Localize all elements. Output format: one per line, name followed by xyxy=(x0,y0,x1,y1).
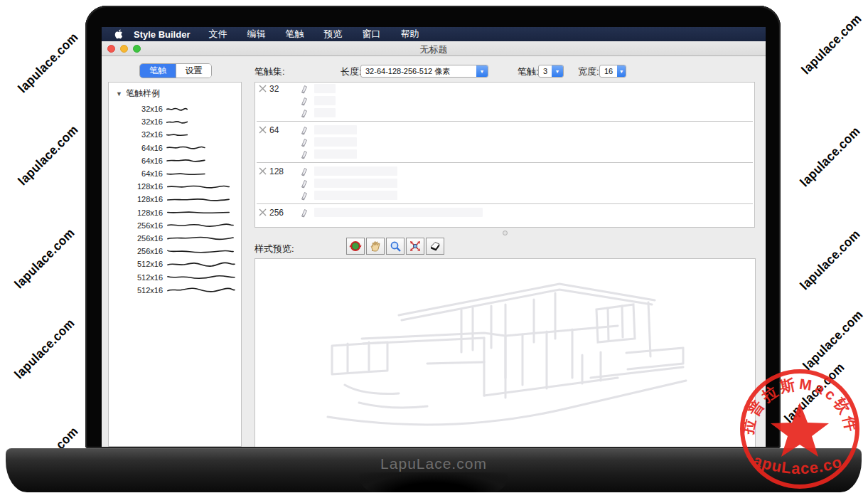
length-dropdown[interactable]: 32-64-128-256-512 像素 ▼ xyxy=(360,65,488,78)
tree-root-row[interactable]: ▼ 笔触样例 xyxy=(109,83,241,102)
stroke-sample-line xyxy=(166,222,235,228)
divider xyxy=(257,162,753,163)
list-item[interactable]: 512x16 xyxy=(109,270,241,283)
table-row[interactable]: 64 xyxy=(255,124,754,136)
menu-item-window[interactable]: 窗口 xyxy=(362,28,380,41)
table-row[interactable] xyxy=(255,148,754,160)
stroke-image[interactable] xyxy=(314,166,397,176)
delete-icon[interactable] xyxy=(259,208,267,216)
delete-icon[interactable] xyxy=(259,126,267,134)
window-title: 无标题 xyxy=(102,43,766,56)
stroke-sample-line xyxy=(166,248,235,255)
stroke-image[interactable] xyxy=(314,179,397,188)
apple-menu[interactable] xyxy=(114,29,124,39)
pencil-icon[interactable] xyxy=(299,178,310,189)
style-preview-canvas[interactable] xyxy=(254,258,756,447)
watermark: lapulace.com xyxy=(12,226,78,292)
disclosure-triangle-icon[interactable]: ▼ xyxy=(116,90,122,97)
watermark: lapulace.com xyxy=(12,316,78,382)
list-item[interactable]: 256x16 xyxy=(109,232,241,245)
table-row[interactable] xyxy=(255,136,754,148)
menu-item-stroke[interactable]: 笔触 xyxy=(285,28,304,41)
table-row[interactable] xyxy=(255,189,754,201)
list-item[interactable]: 64x16 xyxy=(109,142,241,154)
stroke-sample-line xyxy=(166,157,205,164)
list-item[interactable]: 256x16 xyxy=(109,219,241,232)
table-row[interactable]: 32 xyxy=(255,83,754,95)
stroke-image[interactable] xyxy=(314,84,336,93)
list-item[interactable]: 32x16 xyxy=(109,128,241,141)
table-row[interactable]: 128 xyxy=(255,165,754,177)
pencil-icon[interactable] xyxy=(299,166,310,176)
stroke-samples-list: ▼ 笔触样例 32x16 32x16 32x16 64x16 64x16 64x… xyxy=(108,82,242,447)
menu-bar: Style Builder 文件 编辑 笔触 预览 窗口 帮助 xyxy=(102,27,766,41)
stroke-image[interactable] xyxy=(314,149,357,159)
sample-label: 32x16 xyxy=(109,117,163,126)
divider xyxy=(257,203,753,204)
tab-settings[interactable]: 设置 xyxy=(176,64,211,78)
list-item[interactable]: 128x16 xyxy=(109,180,241,193)
list-item[interactable]: 256x16 xyxy=(109,245,241,258)
list-item[interactable]: 512x16 xyxy=(109,258,241,270)
zoom-button[interactable] xyxy=(386,238,404,255)
stroke-image[interactable] xyxy=(314,125,357,134)
title-bar: 无标题 xyxy=(102,41,766,56)
tab-strokes[interactable]: 笔触 xyxy=(140,64,176,78)
pencil-icon[interactable] xyxy=(299,149,310,159)
table-row[interactable] xyxy=(255,107,754,119)
delete-icon[interactable] xyxy=(259,167,267,175)
watermark: lapulace.com xyxy=(16,122,82,189)
table-row[interactable] xyxy=(255,177,754,189)
strokes-value: 3 xyxy=(539,65,552,77)
pencil-icon[interactable] xyxy=(299,95,310,106)
eraser-button[interactable] xyxy=(426,238,444,255)
pencil-icon[interactable] xyxy=(299,124,310,135)
pan-button[interactable] xyxy=(366,238,385,255)
set-size-label: 256 xyxy=(269,208,284,218)
zoom-extents-button[interactable] xyxy=(406,238,424,255)
pencil-icon[interactable] xyxy=(299,83,310,94)
watermark: lapulace.com xyxy=(798,124,864,190)
stroke-image[interactable] xyxy=(314,108,336,117)
list-item[interactable]: 32x16 xyxy=(109,115,241,128)
sample-label: 512x16 xyxy=(109,286,163,295)
sample-label: 128x16 xyxy=(109,182,163,191)
splitter-handle[interactable] xyxy=(503,231,508,235)
delete-icon[interactable] xyxy=(259,85,267,92)
menu-item-file[interactable]: 文件 xyxy=(208,28,227,41)
stroke-sample-line xyxy=(166,184,230,190)
pencil-icon[interactable] xyxy=(299,137,310,147)
pencil-icon[interactable] xyxy=(299,190,310,201)
width-dropdown[interactable]: 16 ▼ xyxy=(599,65,626,78)
stroke-image[interactable] xyxy=(314,96,336,105)
watermark: lapulace.com xyxy=(798,227,864,293)
list-item[interactable]: 64x16 xyxy=(109,154,241,167)
orbit-icon xyxy=(349,240,362,253)
pencil-icon[interactable] xyxy=(299,207,310,218)
pencil-icon[interactable] xyxy=(299,107,310,118)
orbit-button[interactable] xyxy=(346,238,365,255)
stroke-sample-line xyxy=(166,261,236,267)
menu-item-preview[interactable]: 预览 xyxy=(323,28,342,41)
lapulace-stamp: 拉普拉斯Mac软件 LapuLace.com xyxy=(736,366,863,492)
strokes-dropdown[interactable]: 3 ▼ xyxy=(538,65,564,78)
stroke-image[interactable] xyxy=(314,191,397,200)
stroke-sample-line xyxy=(166,235,235,241)
sample-label: 256x16 xyxy=(109,221,163,230)
list-item[interactable]: 512x16 xyxy=(109,284,241,297)
table-row[interactable] xyxy=(255,95,754,107)
menu-item-help[interactable]: 帮助 xyxy=(400,28,419,41)
menu-item-edit[interactable]: 编辑 xyxy=(247,28,265,41)
width-label: 宽度: xyxy=(578,65,599,78)
table-row[interactable]: 256 xyxy=(255,206,754,218)
list-item[interactable]: 128x16 xyxy=(109,193,241,206)
stroke-image[interactable] xyxy=(314,137,357,147)
sample-label: 32x16 xyxy=(109,130,163,139)
laptop-screen: Style Builder 文件 编辑 笔触 预览 窗口 帮助 无标题 笔触 设… xyxy=(102,27,766,447)
stroke-image[interactable] xyxy=(314,208,483,217)
list-item[interactable]: 32x16 xyxy=(109,102,241,115)
menu-app-name[interactable]: Style Builder xyxy=(134,29,190,40)
list-item[interactable]: 128x16 xyxy=(109,206,241,219)
list-item[interactable]: 64x16 xyxy=(109,167,241,180)
laptop-base: LapuLace.com xyxy=(6,448,862,492)
